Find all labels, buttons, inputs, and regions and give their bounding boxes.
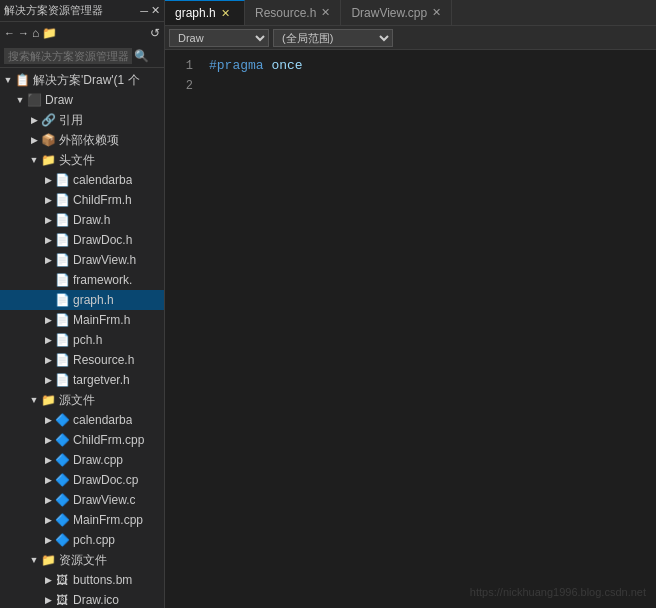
tree-item-label: MainFrm.cpp: [73, 513, 143, 527]
tree-item-label: targetver.h: [73, 373, 130, 387]
h-icon: 📄: [54, 292, 70, 308]
tree-item-label: 头文件: [59, 152, 95, 169]
h-icon: 📄: [54, 232, 70, 248]
tree-item-19[interactable]: 🔷DrawView.c: [0, 490, 164, 510]
bmp-icon: 🖼: [54, 572, 70, 588]
panel-title: 解决方案资源管理器: [4, 3, 103, 18]
tab-label: graph.h: [175, 6, 216, 20]
tree-item-label: Resource.h: [73, 353, 134, 367]
tree-item-10[interactable]: 📄MainFrm.h: [0, 310, 164, 330]
tree-item-label: DrawView.c: [73, 493, 135, 507]
tree-item-label: Draw.h: [73, 213, 110, 227]
search-input[interactable]: [4, 48, 132, 64]
ref-icon: 🔗: [40, 112, 56, 128]
solution-node[interactable]: 📋 解决方案'Draw'(1 个: [0, 70, 164, 90]
tree-area: 📋 解决方案'Draw'(1 个 ⬛ Draw 🔗引用📦外部依赖项📁头文件📄ca…: [0, 68, 164, 608]
refresh-icon[interactable]: ↺: [150, 26, 160, 40]
tab-close-btn[interactable]: [221, 7, 230, 20]
tree-item-22[interactable]: 📁资源文件: [0, 550, 164, 570]
arrow-icon: [42, 255, 54, 265]
tree-item-8[interactable]: 📄framework.: [0, 270, 164, 290]
tree-item-label: calendarba: [73, 173, 132, 187]
tree-item-20[interactable]: 🔷MainFrm.cpp: [0, 510, 164, 530]
h-icon: 📄: [54, 352, 70, 368]
close-icon[interactable]: ✕: [151, 4, 160, 17]
tree-item-0[interactable]: 🔗引用: [0, 110, 164, 130]
arrow-icon: [28, 115, 40, 125]
tree-item-label: DrawView.h: [73, 253, 136, 267]
tree-item-7[interactable]: 📄DrawView.h: [0, 250, 164, 270]
tree-item-label: ChildFrm.h: [73, 193, 132, 207]
tab-label: DrawView.cpp: [351, 6, 427, 20]
pin-icon[interactable]: ─: [140, 5, 148, 17]
tree-item-11[interactable]: 📄pch.h: [0, 330, 164, 350]
folder-icon: 📁: [40, 392, 56, 408]
tree-item-9[interactable]: 📄graph.h: [0, 290, 164, 310]
tree-item-label: MainFrm.h: [73, 313, 130, 327]
project-arrow: [14, 95, 26, 105]
folder-icon: 📁: [40, 552, 56, 568]
pragma-keyword: #pragma: [209, 56, 264, 76]
tab-Resource.h[interactable]: Resource.h: [245, 0, 341, 25]
tab-DrawView.cpp[interactable]: DrawView.cpp: [341, 0, 452, 25]
arrow-icon: [42, 535, 54, 545]
scope-left-dropdown[interactable]: Draw: [169, 29, 269, 47]
tree-item-16[interactable]: 🔷ChildFrm.cpp: [0, 430, 164, 450]
once-keyword: once: [271, 56, 302, 76]
tree-item-label: framework.: [73, 273, 132, 287]
arrow-icon: [42, 375, 54, 385]
project-icon: ⬛: [26, 92, 42, 108]
arrow-icon: [42, 495, 54, 505]
h-icon: 📄: [54, 312, 70, 328]
watermark: https://nickhuang1996.blog.csdn.net: [470, 586, 646, 598]
tree-item-label: DrawDoc.cp: [73, 473, 138, 487]
tree-item-21[interactable]: 🔷pch.cpp: [0, 530, 164, 550]
line-numbers: 1 2: [165, 50, 201, 608]
search-icon[interactable]: 🔍: [134, 49, 149, 63]
tab-close-btn[interactable]: [321, 6, 330, 19]
tree-item-2[interactable]: 📁头文件: [0, 150, 164, 170]
tree-item-3[interactable]: 📄calendarba: [0, 170, 164, 190]
tree-item-18[interactable]: 🔷DrawDoc.cp: [0, 470, 164, 490]
cpp-icon: 🔷: [54, 492, 70, 508]
h-icon: 📄: [54, 172, 70, 188]
back-icon[interactable]: ←: [4, 27, 15, 39]
cpp-icon: 🔷: [54, 432, 70, 448]
tab-graph.h[interactable]: graph.h: [165, 0, 245, 25]
tree-item-label: pch.cpp: [73, 533, 115, 547]
h-icon: 📄: [54, 372, 70, 388]
tree-item-6[interactable]: 📄DrawDoc.h: [0, 230, 164, 250]
arrow-icon: [42, 435, 54, 445]
code-line-1: #pragma once: [209, 56, 656, 76]
tree-item-12[interactable]: 📄Resource.h: [0, 350, 164, 370]
cpp-icon: 🔷: [54, 512, 70, 528]
folder-icon[interactable]: 📁: [42, 26, 57, 40]
project-node[interactable]: ⬛ Draw: [0, 90, 164, 110]
tree-item-17[interactable]: 🔷Draw.cpp: [0, 450, 164, 470]
arrow-icon: [42, 515, 54, 525]
tree-item-24[interactable]: 🖼Draw.ico: [0, 590, 164, 608]
tree-item-14[interactable]: 📁源文件: [0, 390, 164, 410]
tree-item-4[interactable]: 📄ChildFrm.h: [0, 190, 164, 210]
code-area[interactable]: #pragma once: [201, 50, 656, 608]
arrow-icon: [42, 315, 54, 325]
arrow-icon: [42, 455, 54, 465]
cpp-icon: 🔷: [54, 532, 70, 548]
forward-icon[interactable]: →: [18, 27, 29, 39]
cpp-icon: 🔷: [54, 452, 70, 468]
tree-item-5[interactable]: 📄Draw.h: [0, 210, 164, 230]
home-icon[interactable]: ⌂: [32, 26, 39, 40]
tree-item-label: 引用: [59, 112, 83, 129]
arrow-icon: [28, 555, 40, 565]
tree-item-15[interactable]: 🔷calendarba: [0, 410, 164, 430]
scope-right-dropdown[interactable]: (全局范围): [273, 29, 393, 47]
arrow-icon: [42, 355, 54, 365]
tree-item-13[interactable]: 📄targetver.h: [0, 370, 164, 390]
tab-close-btn[interactable]: [432, 6, 441, 19]
arrow-icon: [42, 215, 54, 225]
tree-item-1[interactable]: 📦外部依赖项: [0, 130, 164, 150]
arrow-icon: [42, 475, 54, 485]
tree-item-23[interactable]: 🖼buttons.bm: [0, 570, 164, 590]
arrow-icon: [28, 135, 40, 145]
tree-item-label: Draw.cpp: [73, 453, 123, 467]
